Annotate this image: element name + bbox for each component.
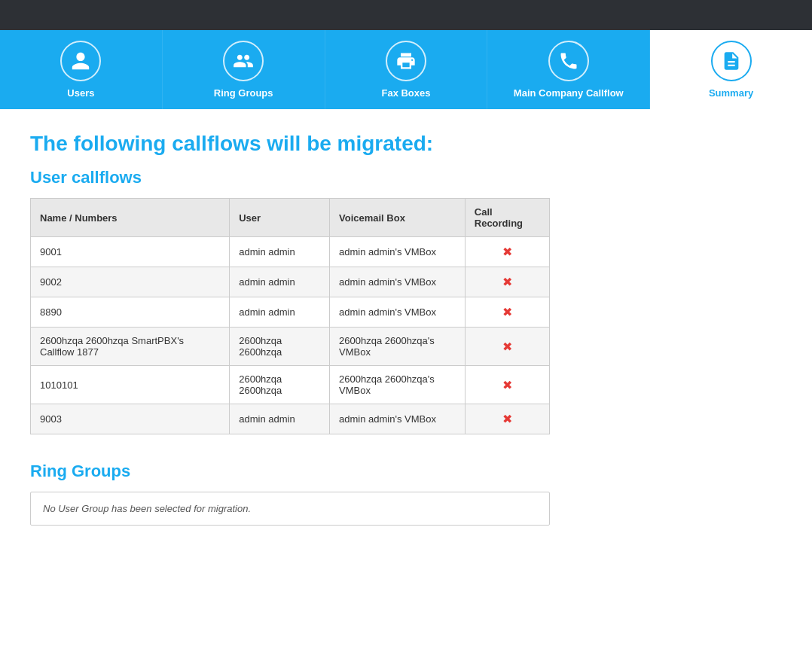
cell-recording: ✖ bbox=[465, 297, 549, 328]
cell-voicemail: admin admin's VMBox bbox=[330, 237, 466, 267]
col-user: User bbox=[230, 199, 330, 237]
cell-voicemail: 2600hzqa 2600hzqa's VMBox bbox=[330, 366, 466, 404]
cell-user: admin admin bbox=[230, 267, 330, 297]
summary-icon bbox=[711, 41, 752, 81]
table-row: 2600hzqa 2600hzqa SmartPBX's Callflow 18… bbox=[31, 328, 550, 366]
cell-voicemail: admin admin's VMBox bbox=[330, 297, 466, 328]
page-heading: The following callflows will be migrated… bbox=[30, 132, 782, 156]
phone-icon bbox=[548, 41, 589, 81]
user-callflows-heading: User callflows bbox=[30, 168, 782, 187]
main-content: The following callflows will be migrated… bbox=[0, 109, 812, 548]
ring-groups-icon bbox=[223, 41, 264, 81]
cell-recording: ✖ bbox=[465, 267, 549, 297]
table-row: 9003admin adminadmin admin's VMBox✖ bbox=[31, 404, 550, 434]
cell-name-numbers: 1010101 bbox=[31, 366, 230, 404]
col-recording: Call Recording bbox=[465, 199, 549, 237]
table-row: 9001admin adminadmin admin's VMBox✖ bbox=[31, 237, 550, 267]
cell-user: 2600hzqa 2600hzqa bbox=[230, 328, 330, 366]
cell-user: admin admin bbox=[230, 404, 330, 434]
users-icon bbox=[60, 41, 101, 81]
col-voicemail: Voicemail Box bbox=[330, 199, 466, 237]
cell-recording: ✖ bbox=[465, 328, 549, 366]
ring-groups-heading: Ring Groups bbox=[30, 462, 782, 481]
recording-disabled-icon: ✖ bbox=[475, 245, 540, 259]
tab-fax-boxes-label: Fax Boxes bbox=[381, 87, 430, 99]
recording-disabled-icon: ✖ bbox=[475, 340, 540, 354]
fax-icon bbox=[386, 41, 426, 81]
cell-user: admin admin bbox=[230, 297, 330, 328]
recording-disabled-icon: ✖ bbox=[475, 305, 540, 319]
recording-disabled-icon: ✖ bbox=[475, 378, 540, 392]
nav-tabs: Users Ring Groups Fax Boxes Main Company… bbox=[0, 30, 812, 109]
tab-users-label: Users bbox=[67, 87, 94, 99]
cell-user: admin admin bbox=[230, 237, 330, 267]
table-row: 9002admin adminadmin admin's VMBox✖ bbox=[31, 267, 550, 297]
tab-ring-groups[interactable]: Ring Groups bbox=[163, 30, 325, 109]
ring-groups-empty-box: No User Group has been selected for migr… bbox=[30, 492, 550, 526]
cell-user: 2600hzqa 2600hzqa bbox=[230, 366, 330, 404]
cell-recording: ✖ bbox=[465, 366, 549, 404]
tab-ring-groups-label: Ring Groups bbox=[214, 87, 273, 99]
col-name-numbers: Name / Numbers bbox=[31, 199, 230, 237]
cell-recording: ✖ bbox=[465, 237, 549, 267]
cell-name-numbers: 8890 bbox=[31, 297, 230, 328]
recording-disabled-icon: ✖ bbox=[475, 412, 540, 426]
top-bar bbox=[0, 0, 812, 30]
tab-summary-label: Summary bbox=[709, 87, 753, 99]
recording-disabled-icon: ✖ bbox=[475, 275, 540, 289]
tab-summary[interactable]: Summary bbox=[650, 30, 812, 109]
cell-voicemail: 2600hzqa 2600hzqa's VMBox bbox=[330, 328, 466, 366]
cell-voicemail: admin admin's VMBox bbox=[330, 267, 466, 297]
table-row: 10101012600hzqa 2600hzqa2600hzqa 2600hzq… bbox=[31, 366, 550, 404]
tab-users[interactable]: Users bbox=[0, 30, 163, 109]
table-header-row: Name / Numbers User Voicemail Box Call R… bbox=[31, 199, 550, 237]
tab-fax-boxes[interactable]: Fax Boxes bbox=[325, 30, 488, 109]
cell-name-numbers: 9003 bbox=[31, 404, 230, 434]
callflow-table: Name / Numbers User Voicemail Box Call R… bbox=[30, 198, 550, 434]
tab-main-company-callflow[interactable]: Main Company Callflow bbox=[487, 30, 650, 109]
cell-name-numbers: 9002 bbox=[31, 267, 230, 297]
ring-groups-empty-text: No User Group has been selected for migr… bbox=[43, 503, 537, 514]
table-row: 8890admin adminadmin admin's VMBox✖ bbox=[31, 297, 550, 328]
cell-voicemail: admin admin's VMBox bbox=[330, 404, 466, 434]
cell-name-numbers: 2600hzqa 2600hzqa SmartPBX's Callflow 18… bbox=[31, 328, 230, 366]
cell-recording: ✖ bbox=[465, 404, 549, 434]
tab-main-company-callflow-label: Main Company Callflow bbox=[514, 87, 624, 99]
cell-name-numbers: 9001 bbox=[31, 237, 230, 267]
